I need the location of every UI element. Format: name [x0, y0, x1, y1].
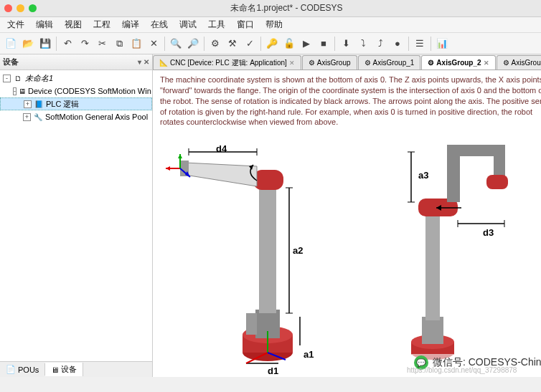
devices-panel-title: 设备 [3, 57, 19, 67]
login-button[interactable]: 🔑 [264, 36, 280, 52]
maximize-icon[interactable] [29, 4, 37, 12]
menu-file[interactable]: 文件 [3, 17, 29, 32]
menu-online[interactable]: 在线 [146, 17, 172, 32]
copy-button[interactable]: ⧉ [111, 36, 127, 52]
start-button[interactable]: ▶ [298, 36, 314, 52]
window-controls [4, 4, 37, 12]
svg-rect-36 [486, 175, 508, 189]
menubar: 文件 编辑 视图 工程 编译 在线 调试 工具 窗口 帮助 [0, 17, 541, 33]
label-d3: d3 [483, 227, 494, 238]
cut-button[interactable]: ✂ [94, 36, 110, 52]
label-a3: a3 [418, 170, 428, 181]
label-d4: d4 [216, 143, 227, 154]
find-button[interactable]: 🔍 [168, 36, 184, 52]
expand-icon[interactable]: + [23, 113, 31, 121]
undo-button[interactable]: ↶ [60, 36, 75, 52]
step-out-button[interactable]: ⤴ [372, 36, 388, 52]
menu-view[interactable]: 视图 [60, 17, 86, 32]
svg-rect-30 [422, 317, 443, 344]
menu-project[interactable]: 工程 [89, 17, 115, 32]
titlebar: 未命名1.project* - CODESYS [0, 0, 541, 17]
tree-plc-label: PLC 逻辑 [46, 99, 79, 110]
svg-rect-6 [253, 170, 283, 190]
stop-button[interactable]: ■ [316, 36, 331, 52]
sidebar-bottom-tabs: 📄POUs 🖥设备 [0, 361, 152, 377]
expand-icon[interactable]: + [24, 100, 32, 108]
editor-tabs: 📐CNC [Device: PLC 逻辑: Application]✕ ⚙Axi… [153, 54, 541, 70]
close-icon[interactable]: ✕ [289, 59, 295, 67]
logout-button[interactable]: 🔓 [281, 36, 297, 52]
device-tree[interactable]: - 🗋 未命名1 - 🖥 Device (CODESYS SoftMotion … [0, 70, 152, 361]
tree-device[interactable]: - 🖥 Device (CODESYS SoftMotion Win V3) [0, 85, 152, 97]
close-icon[interactable]: ✕ [484, 59, 489, 67]
svg-marker-10 [166, 166, 170, 171]
collapse-icon[interactable]: - [13, 87, 17, 95]
menu-compile[interactable]: 编译 [118, 17, 144, 32]
tree-root[interactable]: - 🗋 未命名1 [0, 72, 152, 85]
watermark: https://blog.csdn.net/qq_37298878 [407, 366, 517, 374]
svg-marker-12 [178, 154, 182, 158]
tab-pous[interactable]: 📄POUs [0, 363, 45, 376]
svg-marker-7 [185, 163, 257, 186]
tab-cnc[interactable]: 📐CNC [Device: PLC 逻辑: Application]✕ [153, 55, 301, 70]
save-button[interactable]: 💾 [37, 36, 53, 52]
description-text: The machine coordinate system is shown a… [153, 70, 541, 130]
tab-axisgroup-3[interactable]: ⚙AxisGroup_3 [497, 55, 541, 70]
step-into-button[interactable]: ⬇ [338, 36, 354, 52]
collapse-icon[interactable]: - [3, 75, 11, 82]
tab-axisgroup[interactable]: ⚙AxisGroup [302, 55, 357, 70]
tab-axisgroup-1[interactable]: ⚙AxisGroup_1 [358, 55, 421, 70]
find-next-button[interactable]: 🔎 [185, 36, 201, 52]
toolbar: 📄 📂 💾 ↶ ↷ ✂ ⧉ 📋 ✕ 🔍 🔎 ⚙ ⚒ ✓ 🔑 🔓 ▶ ■ ⬇ ⤵ … [0, 33, 541, 54]
content-area: 📐CNC [Device: PLC 逻辑: Application]✕ ⚙Axi… [153, 54, 541, 377]
paste-button[interactable]: 📋 [128, 36, 144, 52]
breakpoint-button[interactable]: ● [390, 36, 405, 52]
panel-dropdown-icon[interactable]: ▾ ✕ [138, 58, 149, 66]
menu-tools[interactable]: 工具 [204, 17, 230, 32]
build-button[interactable]: ⚙ [207, 36, 223, 52]
menu-debug[interactable]: 调试 [175, 17, 201, 32]
plc-icon: 📘 [34, 99, 44, 109]
new-button[interactable]: 📄 [3, 36, 19, 52]
svg-rect-5 [259, 188, 276, 313]
tree-device-label: Device (CODESYS SoftMotion Win V3) [28, 87, 152, 95]
minimize-icon[interactable] [17, 4, 24, 12]
svg-rect-31 [425, 209, 440, 320]
sidebar: 设备 ▾ ✕ - 🗋 未命名1 - 🖥 Device (CODESYS Soft… [0, 54, 153, 377]
devices-panel-header: 设备 ▾ ✕ [0, 54, 152, 70]
rebuild-button[interactable]: ⚒ [225, 36, 240, 52]
tree-root-label: 未命名1 [25, 73, 53, 84]
close-icon[interactable] [4, 4, 12, 12]
tree-axispool-label: SoftMotion General Axis Pool [45, 113, 148, 121]
label-d1: d1 [268, 365, 278, 376]
robot-left-view [160, 130, 347, 374]
step-over-button[interactable]: ⤵ [355, 36, 371, 52]
device-icon: 🖥 [19, 86, 26, 96]
menu-edit[interactable]: 编辑 [32, 17, 57, 32]
clean-button[interactable]: ✓ [242, 36, 258, 52]
axis-icon: 🔧 [33, 112, 43, 122]
delete-button[interactable]: ✕ [146, 36, 161, 52]
window-title: 未命名1.project* - CODESYS [37, 2, 537, 14]
open-button[interactable]: 📂 [20, 36, 36, 52]
tree-axispool[interactable]: + 🔧 SoftMotion General Axis Pool [0, 110, 152, 123]
options-button[interactable]: ☰ [412, 36, 428, 52]
menu-window[interactable]: 窗口 [232, 17, 258, 32]
trace-button[interactable]: 📊 [434, 36, 450, 52]
tree-plc[interactable]: + 📘 PLC 逻辑 [0, 97, 152, 110]
robot-diagram: d4 a2 d1 a1 [153, 130, 541, 377]
label-a1: a1 [304, 349, 314, 360]
label-a2: a2 [293, 245, 303, 256]
project-icon: 🗋 [13, 73, 23, 83]
tab-devices[interactable]: 🖥设备 [45, 363, 83, 376]
svg-rect-4 [246, 313, 257, 335]
redo-button[interactable]: ↷ [77, 36, 93, 52]
tab-axisgroup-2[interactable]: ⚙AxisGroup_2✕ [421, 55, 495, 70]
menu-help[interactable]: 帮助 [261, 17, 287, 32]
robot-right-view [361, 130, 533, 374]
